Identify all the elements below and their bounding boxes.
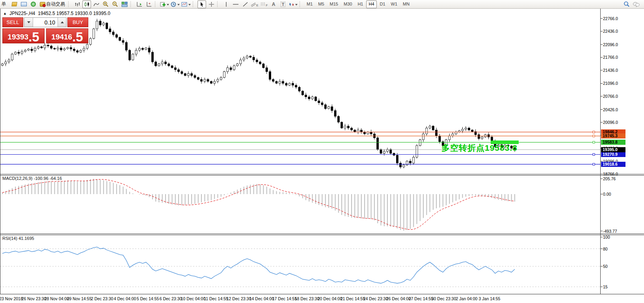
candle-body (462, 129, 463, 131)
line-handle (593, 135, 595, 137)
bar-chart-mode-icon[interactable] (73, 0, 82, 8)
text-label-letter: T (281, 2, 286, 7)
candle-body (253, 57, 255, 60)
price-level-tag: 19018.6 (601, 162, 625, 167)
collapse-triangle-icon[interactable]: ▲ (3, 11, 7, 15)
candle-body (429, 126, 431, 128)
x-axis-label: 10 Dec 04:00 (181, 296, 205, 301)
zoom-out-icon[interactable] (111, 0, 119, 8)
tab-timeframe-mn[interactable]: MN (400, 0, 412, 8)
add-indicator-button[interactable] (160, 0, 169, 8)
x-axis-label: 5 Dec 14:55 (137, 296, 159, 301)
price-tick: 22096.0 (603, 42, 618, 47)
x-axis-label: 3 Jan 14:55 (479, 296, 501, 301)
search-icon[interactable] (622, 0, 631, 8)
chat-icon[interactable] (632, 0, 640, 8)
crosshair-icon[interactable] (207, 0, 216, 8)
rsi-tick: 100 (603, 235, 610, 239)
candle-body (409, 161, 411, 163)
text-tool-icon[interactable]: A (269, 0, 278, 8)
tab-timeframe-m30[interactable]: M30 (341, 0, 354, 8)
volume-increase-button[interactable] (58, 18, 66, 27)
vertical-line-tool-icon[interactable] (222, 0, 231, 8)
timeframe-clock-button[interactable] (170, 0, 180, 8)
cursor-icon[interactable] (197, 0, 206, 8)
autotrading-button[interactable]: 自动交易 (38, 0, 67, 8)
sell-price-button[interactable]: 19393.5 (2, 28, 45, 43)
buy-price-button[interactable]: 19416.5 (46, 28, 88, 43)
trendline-tool-icon[interactable] (241, 0, 249, 8)
candle-body (413, 157, 415, 163)
horizontal-line-tool-icon[interactable] (231, 0, 240, 8)
candle-body (262, 64, 264, 68)
tile-windows-icon[interactable] (120, 0, 129, 8)
new-order-button[interactable]: 单 (0, 0, 9, 8)
caret-down-icon (188, 4, 191, 7)
tab-timeframe-h4[interactable]: H4 (366, 0, 376, 8)
candle-body (423, 134, 424, 140)
chart-canvas[interactable] (0, 0, 644, 303)
candle-body (419, 140, 421, 146)
chart-template-button[interactable] (181, 0, 191, 8)
candle-body (155, 62, 157, 66)
chart-shift-icon[interactable] (145, 0, 153, 8)
candle-body (207, 79, 209, 81)
volume-input[interactable] (33, 18, 58, 27)
tab-timeframe-w1[interactable]: W1 (389, 0, 400, 8)
x-axis-label: 17 Dec 14:55 (272, 296, 297, 301)
tab-timeframe-m15[interactable]: M15 (328, 0, 341, 8)
candle-body (217, 79, 219, 81)
terminal-monitor-icon[interactable] (19, 0, 28, 8)
candle-body (2, 64, 4, 65)
channel-tool-icon[interactable]: E (250, 0, 259, 8)
text-label-tool-icon[interactable]: T (279, 0, 287, 8)
candle-body (8, 60, 10, 62)
line-handle (593, 153, 595, 155)
x-axis-label: 21 Dec 14:55 (341, 296, 365, 301)
candle-body (315, 97, 316, 101)
candle-body (168, 64, 170, 66)
x-axis-label: 30 Dec 23:30 (432, 296, 456, 301)
sell-price: 19393 (7, 33, 28, 41)
candle-body (243, 58, 245, 60)
arrows-tool-button[interactable] (288, 0, 298, 8)
candlestick-mode-icon[interactable] (82, 0, 91, 8)
candle-body (311, 97, 313, 99)
macd-tick: 0.00 (603, 192, 611, 196)
caret-down-icon (295, 4, 298, 7)
pane-borders (0, 9, 644, 294)
gold-box-icon[interactable] (10, 0, 19, 8)
candle-body (106, 23, 108, 29)
x-axis-label: 24 Dec 23:30 (363, 296, 388, 301)
line-handle (593, 131, 595, 133)
tab-timeframe-h1[interactable]: H1 (355, 0, 365, 8)
candle-body (73, 49, 75, 50)
chart-autoscroll-icon[interactable] (135, 0, 144, 8)
candle-body (178, 70, 180, 72)
buy-button[interactable]: BUY (67, 17, 88, 27)
line-chart-mode-icon[interactable] (92, 0, 101, 8)
candle-body (50, 46, 52, 48)
candle-body (102, 23, 104, 25)
x-axis-label: 11 Dec 14:55 (204, 296, 228, 301)
tab-timeframe-m5[interactable]: M5 (316, 0, 326, 8)
signal-icon[interactable] (29, 0, 37, 8)
candle-body (357, 130, 359, 132)
candle-body (436, 130, 437, 136)
zoom-in-icon[interactable] (101, 0, 110, 8)
macd-histogram (2, 179, 515, 231)
caret-down-icon (27, 21, 30, 25)
toolbar-separator (193, 1, 196, 7)
candle-body (400, 163, 402, 167)
symbol-header: ▲ JPN225-,H4 19452.5 19557.5 19330.0 193… (3, 11, 110, 16)
chart-text-annotation: 多空转折点19583.8 (441, 142, 517, 153)
candle-body (223, 72, 225, 78)
price-tick: 20766.0 (603, 94, 618, 99)
rsi-tick: 80 (603, 247, 608, 251)
sell-button[interactable]: SELL (2, 17, 23, 27)
volume-decrease-button[interactable] (24, 18, 33, 27)
fibonacci-tool-icon[interactable]: F (260, 0, 268, 8)
tab-timeframe-m1[interactable]: M1 (304, 0, 315, 8)
candle-body (67, 47, 69, 49)
tab-timeframe-d1[interactable]: D1 (378, 0, 388, 8)
